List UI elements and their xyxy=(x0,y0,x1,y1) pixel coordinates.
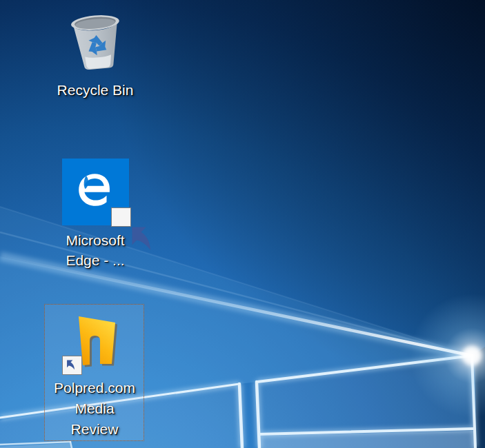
edge-label-line1: Microsoft xyxy=(12,230,178,250)
desktop-icon-recycle-bin[interactable]: Recycle Bin xyxy=(12,12,178,101)
polpred-label: Polpred.com Media Review xyxy=(45,378,144,440)
desktop-icon-microsoft-edge[interactable]: Microsoft Edge - ... xyxy=(12,157,178,272)
polpred-label-line2: Media xyxy=(45,398,144,419)
light-glow-core xyxy=(462,346,482,365)
shortcut-arrow-icon xyxy=(111,207,131,227)
microsoft-edge-label: Microsoft Edge - ... xyxy=(12,230,178,270)
windows-desktop: Recycle Bin Microsoft Edge - ... xyxy=(0,0,485,448)
polpred-label-line3: Review xyxy=(45,419,144,440)
microsoft-edge-icon xyxy=(62,159,129,225)
edge-label-line2: Edge - ... xyxy=(12,250,178,270)
polpred-label-line1: Polpred.com xyxy=(45,378,144,398)
recycle-bin-label-text: Recycle Bin xyxy=(12,82,178,98)
shortcut-arrow-icon xyxy=(62,356,82,375)
recycle-bin-icon xyxy=(68,14,123,72)
desktop-icon-polpred-media-review[interactable]: Polpred.com Media Review xyxy=(41,302,152,445)
recycle-bin-label: Recycle Bin xyxy=(12,82,178,98)
